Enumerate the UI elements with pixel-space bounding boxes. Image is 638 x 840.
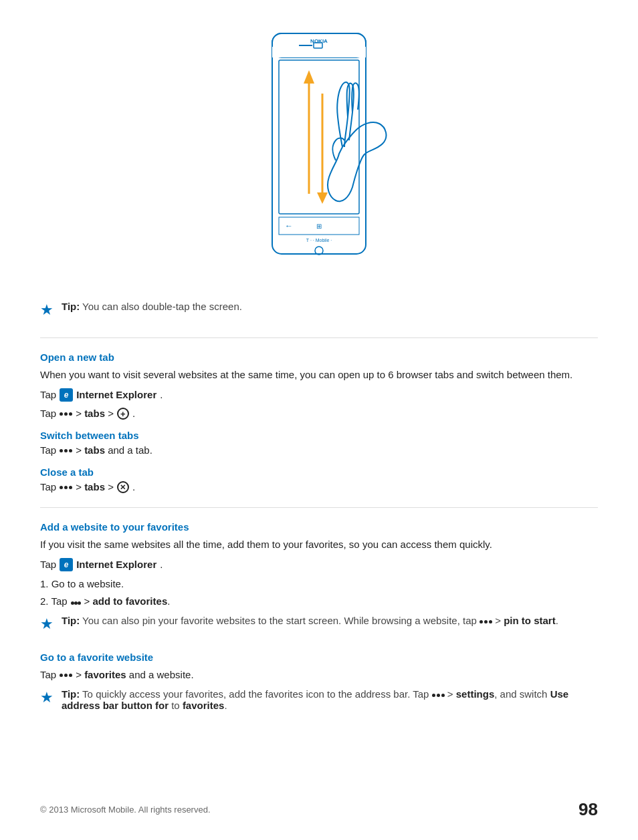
go-favorite-heading: Go to a favorite website <box>40 652 598 663</box>
ie-icon-2: e <box>60 558 73 571</box>
three-dots-2 <box>60 449 72 452</box>
copyright-text: © 2013 Microsoft Mobile. All rights rese… <box>40 805 211 815</box>
open-new-tab-heading: Open a new tab <box>40 352 598 363</box>
tip1-text: Tip: You can also double-tap the screen. <box>62 301 242 312</box>
ie-label-1: Internet Explorer <box>76 387 156 403</box>
go-favorite-tap-line: Tap > favorites and a website. <box>40 667 598 683</box>
close-tab-tap-line: Tap > tabs > ✕ . <box>40 479 598 495</box>
tip1-block: ★ Tip: You can also double-tap the scree… <box>40 301 598 319</box>
numbered-steps: 1. Go to a website. 2. Tap > add to favo… <box>40 575 598 609</box>
tap-ie-line-1: Tap e Internet Explorer. <box>40 387 598 403</box>
close-tab-heading: Close a tab <box>40 466 598 478</box>
add-favorites-heading: Add a website to your favorites <box>40 521 598 533</box>
tap-label-1: Tap <box>40 387 56 403</box>
tip3-text: Tip: To quickly access your favorites, a… <box>62 688 598 711</box>
svg-text:NOKIA: NOKIA <box>310 38 328 44</box>
phone-illustration: NOKIA ← ⊞ T · · Mobile · <box>40 27 598 281</box>
svg-text:⊞: ⊞ <box>316 223 322 230</box>
divider-2 <box>40 507 598 508</box>
svg-text:T · · Mobile ·: T · · Mobile · <box>306 238 332 243</box>
three-dots-7 <box>432 694 445 697</box>
step-1: 1. Go to a website. <box>40 575 598 593</box>
tap-tabs-plus-line: Tap > tabs > + . <box>40 406 598 422</box>
close-tab-section: Close a tab Tap > tabs > ✕ . <box>40 466 598 495</box>
switch-tabs-tap-line: Tap > tabs and a tab. <box>40 442 598 458</box>
footer: © 2013 Microsoft Mobile. All rights rese… <box>40 799 598 820</box>
ie-icon-1: e <box>60 388 73 402</box>
tip3-block: ★ Tip: To quickly access your favorites,… <box>40 688 598 711</box>
three-dots-4 <box>71 593 81 610</box>
plus-circle-icon: + <box>117 408 129 420</box>
star-icon-1: ★ <box>40 301 54 319</box>
star-icon-2: ★ <box>40 615 54 633</box>
three-dots-1 <box>60 412 72 416</box>
tap-label-2: Tap <box>40 406 56 422</box>
add-favorites-section: Add a website to your favorites If you v… <box>40 521 598 633</box>
go-favorite-section: Go to a favorite website Tap > favorites… <box>40 652 598 711</box>
page-content: NOKIA ← ⊞ T · · Mobile · <box>0 0 638 770</box>
star-icon-3: ★ <box>40 689 54 706</box>
tip2-text: Tip: You can also pin your favorite webs… <box>62 615 558 626</box>
open-new-tab-body: When you want to visit several websites … <box>40 367 598 383</box>
switch-tabs-heading: Switch between tabs <box>40 430 598 441</box>
page-number: 98 <box>578 799 598 820</box>
three-dots-6 <box>60 674 72 677</box>
open-new-tab-section: Open a new tab When you want to visit se… <box>40 352 598 495</box>
tip2-block: ★ Tip: You can also pin your favorite we… <box>40 615 598 633</box>
three-dots-5 <box>480 620 492 623</box>
add-favorites-body: If you visit the same websites all the t… <box>40 537 598 553</box>
three-dots-3 <box>60 486 72 489</box>
switch-tabs-section: Switch between tabs Tap > tabs and a tab… <box>40 430 598 458</box>
step-2: 2. Tap > add to favorites. <box>40 593 598 610</box>
divider-1 <box>40 337 598 338</box>
svg-text:←: ← <box>285 221 293 231</box>
x-circle-icon: ✕ <box>117 481 129 493</box>
tap-ie-line-2: Tap e Internet Explorer. <box>40 557 598 573</box>
